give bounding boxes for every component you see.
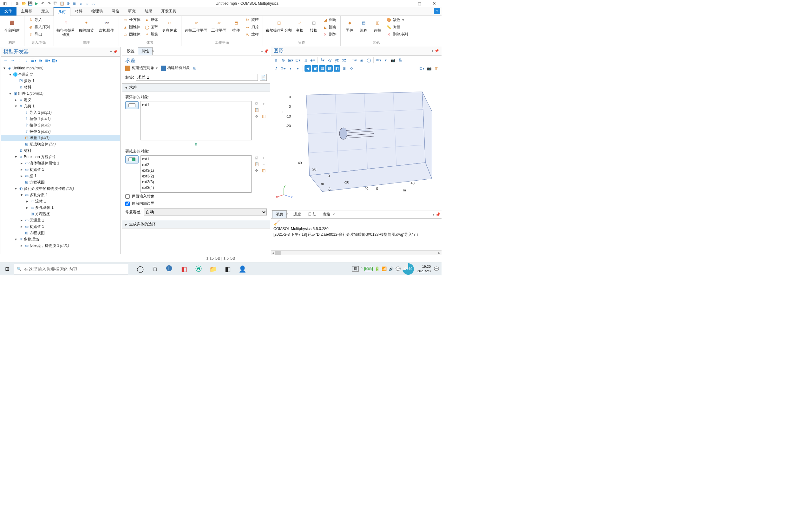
battery-indicator[interactable]: 100% [364, 267, 373, 271]
tray-chevron-icon[interactable]: ^ [361, 267, 362, 271]
maximize-button[interactable]: ◻ [412, 0, 427, 7]
tree-row[interactable]: ▾🌐全局定义 [1, 71, 120, 78]
tab-properties[interactable]: 属性 [138, 47, 153, 55]
app2-icon[interactable]: ◧ [177, 262, 191, 276]
zoom2-icon[interactable]: ⌕ [84, 1, 90, 6]
ime-indicator[interactable]: 拼 [352, 266, 359, 272]
msg-pin-icon[interactable]: ▾ 📌 [433, 212, 440, 217]
filter-icon[interactable]: ≣▾ [45, 58, 50, 63]
circle-select-icon[interactable]: ◯ [365, 57, 372, 63]
render-5-icon[interactable]: ◧ [334, 65, 340, 72]
tree-row[interactable]: ▸▭壁 1 [1, 173, 120, 179]
tree-row[interactable]: ⧉材料 [1, 147, 120, 154]
render-4-icon[interactable]: ▩ [326, 65, 333, 72]
tree-row[interactable]: ⧉材料 [1, 84, 120, 90]
delete-seq-button[interactable]: ✕删除序列 [385, 31, 409, 38]
build-all-button[interactable]: 🟫 全部构建 [3, 16, 21, 33]
tree-row[interactable]: ▸▭反应流，稀物质 1(rfd1) [1, 242, 120, 249]
splitter-icon[interactable]: ⇕ [125, 140, 267, 148]
tree-row[interactable]: ▸▭流体和基体属性 1 [1, 160, 120, 166]
keep-interior-checkbox[interactable] [125, 202, 130, 206]
add-toggle-off[interactable] [125, 101, 139, 109]
time-indicator[interactable]: 04:19 [403, 263, 414, 275]
insert-seq-button[interactable]: ⊕插入序列 [27, 24, 51, 31]
label-input[interactable] [136, 74, 258, 81]
msg-close-icon[interactable]: ✕ [286, 213, 288, 216]
view-xy-icon[interactable]: xy [326, 57, 333, 63]
start-button[interactable]: ⊞ [0, 262, 14, 276]
move2-icon[interactable]: ✥ [254, 168, 259, 173]
select2-icon[interactable]: ◫ [261, 168, 266, 173]
repair-select[interactable]: 自动 [144, 209, 267, 216]
view-xz-icon[interactable]: xz [341, 57, 347, 63]
helix-button[interactable]: ༄螺旋 [143, 31, 159, 38]
tree-row[interactable]: ▸▭初始值 1 [1, 166, 120, 173]
virtual-ops-button[interactable]: 👓虚拟操作 [97, 16, 116, 33]
tab-progress[interactable]: 进度 [290, 210, 305, 218]
tab-settings[interactable]: 设置 [123, 47, 138, 55]
export-button[interactable]: ⇧导出 [27, 31, 51, 38]
close-button[interactable]: ✕ [427, 0, 442, 7]
pin-icon[interactable]: 📌 [113, 50, 118, 54]
section-generated-header[interactable]: ▸ 生成实体的选择 [122, 220, 270, 228]
dropdown1-icon[interactable]: ▾ [287, 65, 294, 72]
expand-icon[interactable]: ☰▾ [31, 58, 37, 63]
tab-results[interactable]: 结果 [140, 7, 157, 15]
clock[interactable]: 19:20 2021/2/3 [416, 265, 432, 273]
paste-icon[interactable]: 📋 [59, 1, 65, 6]
tree-body[interactable]: ▾◈Untitled.mph(root)▾🌐全局定义Pi参数 1⧉材料▾▣组件 … [1, 64, 120, 254]
explorer-icon[interactable]: 📁 [206, 262, 220, 276]
copy-icon[interactable]: ⿻ [53, 1, 58, 6]
new-icon[interactable]: 🗎 [14, 1, 20, 6]
screenshot-icon[interactable]: 📷 [426, 65, 432, 72]
paste2-icon[interactable]: 📋 [254, 162, 259, 167]
tree-row[interactable]: ⊞方程视图 [1, 179, 120, 185]
program-button[interactable]: ▤编程 [357, 16, 370, 33]
copy-icon[interactable]: ⿻ [254, 101, 259, 106]
search-input[interactable] [24, 267, 125, 272]
tab-definitions[interactable]: 定义 [37, 7, 53, 15]
save-icon[interactable]: 💾 [27, 1, 33, 6]
torus-button[interactable]: ◯圆环 [143, 24, 159, 31]
graphics-view[interactable]: 10 0 -10 -20 m 40 20 0 -20 -40 m 0 40 m [271, 73, 442, 210]
axis-icon[interactable]: ⊹ [348, 65, 355, 72]
minimize-button[interactable]: — [398, 0, 412, 7]
box-button[interactable]: ▭长方体 [121, 16, 142, 23]
tab-mesh[interactable]: 网格 [107, 7, 124, 15]
app6-icon[interactable]: 👤 [235, 262, 249, 276]
cube-icon[interactable]: ◫ [433, 65, 440, 72]
zoom-box-icon[interactable]: ▣▾ [287, 57, 294, 63]
zoom-out-icon[interactable]: ⊖ [280, 57, 287, 63]
rotate-button[interactable]: ↻旋转 [244, 16, 260, 23]
run-icon[interactable]: ▶ [34, 1, 39, 6]
notifications-icon[interactable]: 💬 [434, 267, 439, 271]
workplane-button[interactable]: ▱工作平面 [209, 16, 229, 33]
tree-row[interactable]: Pi参数 1 [1, 78, 120, 84]
minus2-icon[interactable]: − [261, 162, 266, 167]
tree-row[interactable]: ▸▭流体 1 [1, 198, 120, 205]
file-menu[interactable]: 文件 [0, 7, 16, 15]
sphere-button[interactable]: ●球体 [143, 16, 159, 23]
opts-icon[interactable]: ▾ [383, 57, 389, 63]
copy2-icon[interactable]: ⿻ [254, 155, 259, 160]
tab-devtools[interactable]: 开发工具 [157, 7, 181, 15]
undo-icon[interactable]: ↶ [40, 1, 46, 6]
render-2-icon[interactable]: ▣ [312, 65, 318, 72]
label-edit-button[interactable]: 📄 [260, 74, 267, 81]
tree-row[interactable]: ⇩导入 1(imp1) [1, 109, 120, 116]
box-select-icon[interactable]: ▣ [358, 57, 364, 63]
tab-study[interactable]: 研究 [124, 7, 140, 15]
cortana-icon[interactable]: ◯ [133, 262, 147, 276]
view-dropdown-icon[interactable]: ◈▾ [309, 57, 316, 63]
show-hide-icon[interactable]: 👁▾ [375, 57, 382, 63]
open-icon[interactable]: 📂 [21, 1, 27, 6]
list-icon[interactable]: ▤▾ [52, 58, 57, 63]
gfx-menu-icon[interactable]: ▾ 📌 [432, 49, 439, 53]
dropdown2-icon[interactable]: ▾ [295, 65, 301, 72]
remove-detail-button[interactable]: ✦移除细节 [77, 16, 96, 33]
chamfer-button[interactable]: ◣圆角 [321, 24, 338, 31]
nav-fwd-icon[interactable]: → [10, 58, 15, 63]
tray-icon1[interactable]: 🔋 [374, 267, 380, 271]
move-icon[interactable]: ✥ [254, 114, 259, 119]
render-1-icon[interactable]: ◀ [305, 65, 311, 72]
